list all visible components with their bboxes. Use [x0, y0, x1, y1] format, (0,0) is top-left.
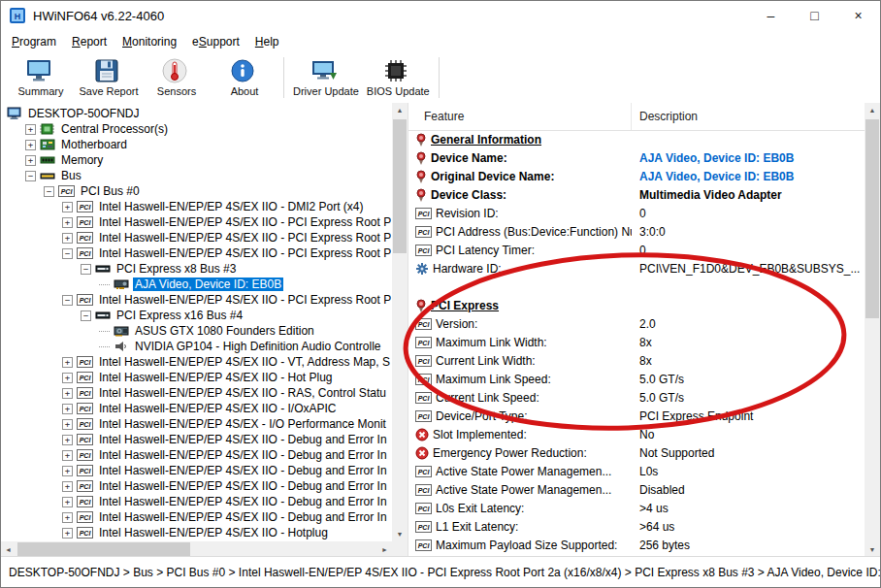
feature-row[interactable]: Slot Implemented:No [408, 425, 865, 443]
expand-icon[interactable]: + [62, 388, 73, 399]
menu-monitoring[interactable]: Monitoring [114, 31, 184, 52]
expand-icon[interactable]: + [62, 481, 73, 492]
tree-item[interactable]: +PCIIntel Haswell-EN/EP/EP 4S/EX IIO - D… [1, 447, 392, 463]
feature-row[interactable]: PCIActive State Power Managemen...Disabl… [408, 480, 865, 499]
feature-row[interactable]: PCIActive State Power Managemen...L0s [408, 462, 865, 480]
collapse-icon[interactable]: − [25, 171, 36, 181]
tree-item[interactable]: +PCIIntel Haswell-EN/EP/EP 4S/EX IIO - P… [1, 230, 392, 245]
tree-item[interactable]: +Motherboard [1, 137, 392, 152]
expand-icon[interactable]: + [62, 357, 73, 368]
expand-icon[interactable]: + [62, 450, 73, 461]
feature-row[interactable]: Original Device Name:AJA Video, Device I… [408, 167, 865, 185]
tree-item[interactable]: DESKTOP-50OFNDJ [1, 106, 392, 121]
menu-esupport[interactable]: eSupport [184, 31, 247, 52]
feature-row[interactable]: PCIMaximum Link Width:8x [408, 333, 865, 351]
tree-item[interactable]: +PCIIntel Haswell-EN/EP/EP 4S/EX IIO - H… [1, 525, 392, 540]
tree-item[interactable]: +PCIIntel Haswell-EN/EP/EP 4S/EX IIO - D… [1, 478, 392, 494]
section-row[interactable]: PCI Express [408, 296, 865, 314]
collapse-icon[interactable]: − [81, 310, 91, 321]
scroll-down-icon[interactable]: ▼ [392, 527, 408, 541]
tree-item[interactable]: +PCIIntel Haswell-EN/EP/EP 4S/EX IIO - H… [1, 370, 392, 385]
tree-item[interactable]: +PCIIntel Haswell-EN/EP/EP 4S/EX IIO - I… [1, 401, 392, 416]
feature-row[interactable]: PCICurrent Link Width:8x [408, 351, 865, 370]
tree-item[interactable]: +PCIIntel Haswell-EN/EP/EP 4S/EX - I/O P… [1, 416, 392, 432]
scroll-left-icon[interactable]: ◄ [1, 541, 16, 557]
feature-row[interactable]: Emergency Power Reduction:Not Supported [408, 443, 865, 462]
toolbar-summary-button[interactable]: Summary [7, 54, 75, 101]
scroll-right-icon[interactable]: ► [377, 541, 392, 557]
tree-horizontal-scrollbar[interactable]: ◄ ► [1, 541, 392, 557]
scroll-up-icon[interactable]: ▲ [392, 103, 408, 117]
scroll-up-icon[interactable]: ▲ [865, 103, 880, 117]
toolbar-driver-update-button[interactable]: Driver Update [289, 54, 363, 101]
collapse-icon[interactable]: − [62, 295, 73, 306]
tree-item[interactable]: +PCIIntel Haswell-EN/EP/EP 4S/EX IIO - D… [1, 494, 392, 509]
tree-item[interactable]: +PCIIntel Haswell-EN/EP/EP 4S/EX IIO - D… [1, 199, 392, 214]
section-row[interactable]: General Information [408, 130, 865, 148]
expand-icon[interactable]: + [62, 435, 73, 445]
tree-item[interactable]: +PCIIntel Haswell-EN/EP/EP 4S/EX IIO - D… [1, 509, 392, 525]
expand-icon[interactable]: + [25, 155, 36, 166]
feature-row[interactable]: PCIPCI Address (Bus:Device:Function) Nu.… [408, 222, 865, 241]
feature-row[interactable]: PCIL1 Exit Latency:>64 us [408, 517, 865, 536]
tree-item[interactable]: −PCI Express x8 Bus #3 [1, 261, 392, 277]
expand-icon[interactable]: + [62, 404, 73, 414]
feature-row[interactable]: PCIMaximum Payload Size Supported:256 by… [408, 536, 865, 554]
expand-icon[interactable]: + [62, 512, 73, 523]
maximize-button[interactable]: □ [793, 1, 836, 30]
tree-item[interactable]: −PCI Express x16 Bus #4 [1, 308, 392, 323]
menu-report[interactable]: Report [64, 31, 114, 52]
expand-icon[interactable]: + [62, 497, 73, 507]
minimize-button[interactable]: – [749, 1, 793, 30]
feature-row[interactable]: PCIL0s Exit Latency:>4 us [408, 499, 865, 517]
collapse-icon[interactable]: − [62, 248, 73, 259]
feature-row[interactable]: Hardware ID:PCI\VEN_F1D0&DEV_EB0B&SUBSYS… [408, 259, 865, 278]
expand-icon[interactable]: + [62, 466, 73, 476]
tree-item[interactable]: −PCIIntel Haswell-EN/EP/EP 4S/EX IIO - P… [1, 292, 392, 308]
scroll-thumb[interactable] [17, 542, 190, 556]
titlebar[interactable]: H HWiNFO64 v6.22-4060 – □ × [1, 1, 880, 30]
tree-item[interactable]: AJA Video, Device ID: EB0B [1, 277, 392, 292]
scroll-track[interactable] [865, 117, 880, 542]
scroll-track[interactable] [16, 541, 377, 557]
toolbar-bios-update-button[interactable]: BIOS Update [363, 54, 434, 101]
feature-row[interactable]: Device Class:Multimedia Video Adapter [408, 185, 865, 204]
scroll-thumb[interactable] [865, 119, 879, 318]
toolbar-about-button[interactable]: About [211, 54, 278, 101]
tree-item[interactable]: +PCIIntel Haswell-EN/EP/EP 4S/EX IIO - P… [1, 214, 392, 230]
feature-row[interactable]: PCICurrent Link Speed:5.0 GT/s [408, 388, 865, 407]
detail-vertical-scrollbar[interactable]: ▲ ▼ [865, 103, 880, 557]
expand-icon[interactable]: + [62, 419, 73, 430]
tree-item[interactable]: −Bus [1, 168, 392, 183]
expand-icon[interactable]: + [62, 217, 73, 228]
tree-item[interactable]: +PCIIntel Haswell-EN/EP/EP 4S/EX IIO - R… [1, 385, 392, 401]
expand-icon[interactable]: + [25, 124, 36, 135]
feature-row[interactable]: Device Name:AJA Video, Device ID: EB0B [408, 148, 865, 167]
menu-program[interactable]: Program [4, 31, 64, 52]
feature-row[interactable]: PCIRevision ID:0 [408, 204, 865, 222]
column-header-description[interactable]: Description [632, 103, 865, 130]
scroll-track[interactable] [392, 117, 408, 527]
tree-item[interactable]: +PCIIntel Haswell-EN/EP/EP 4S/EX IIO - V… [1, 354, 392, 370]
tree-item[interactable]: −PCIIntel Haswell-EN/EP/EP 4S/EX IIO - P… [1, 245, 392, 261]
menu-help[interactable]: Help [247, 31, 287, 52]
expand-icon[interactable]: + [62, 528, 73, 539]
tree-item[interactable]: ASUS GTX 1080 Founders Edition [1, 323, 392, 339]
expand-icon[interactable]: + [62, 373, 73, 383]
feature-row[interactable]: PCIMaximum Link Speed:5.0 GT/s [408, 370, 865, 388]
tree-item[interactable]: +PCIIntel Haswell-EN/EP/EP 4S/EX IIO - D… [1, 463, 392, 478]
toolbar-sensors-button[interactable]: Sensors [143, 54, 211, 101]
scroll-down-icon[interactable]: ▼ [865, 542, 880, 557]
tree-item[interactable]: +Memory [1, 152, 392, 168]
collapse-icon[interactable]: − [81, 264, 91, 275]
expand-icon[interactable]: + [62, 202, 73, 212]
tree-item[interactable]: +Central Processor(s) [1, 121, 392, 137]
collapse-icon[interactable]: − [44, 186, 54, 197]
expand-icon[interactable]: + [25, 140, 36, 150]
tree-item[interactable]: −PCIPCI Bus #0 [1, 183, 392, 199]
expand-icon[interactable]: + [62, 233, 73, 244]
close-button[interactable]: × [836, 1, 880, 30]
tree-item[interactable]: +PCIIntel Haswell-EN/EP/EP 4S/EX IIO - D… [1, 432, 392, 447]
feature-row[interactable]: PCIDevice/Port Type:PCI Express Endpoint [408, 407, 865, 425]
feature-row[interactable]: PCIVersion:2.0 [408, 314, 865, 333]
